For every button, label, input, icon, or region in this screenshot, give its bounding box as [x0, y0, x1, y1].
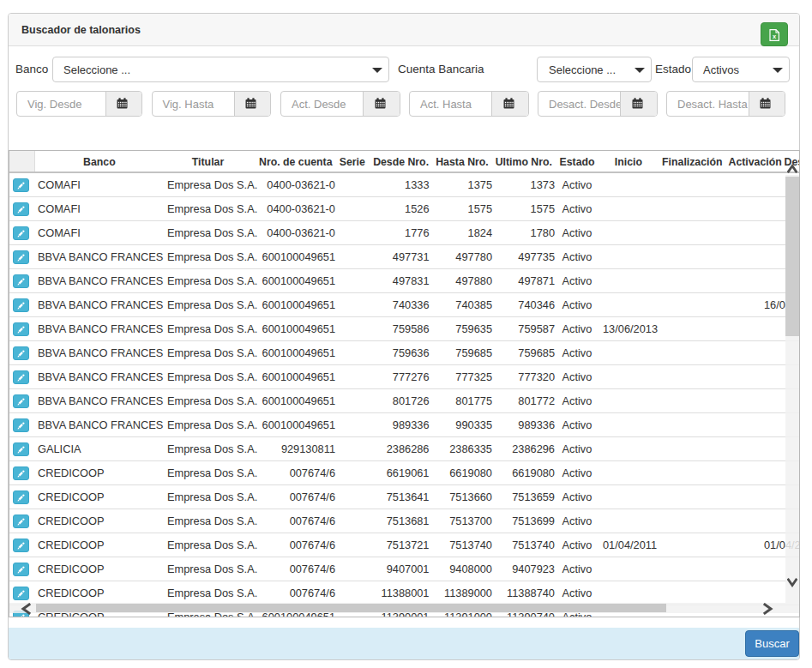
- svg-text:x: x: [773, 33, 777, 40]
